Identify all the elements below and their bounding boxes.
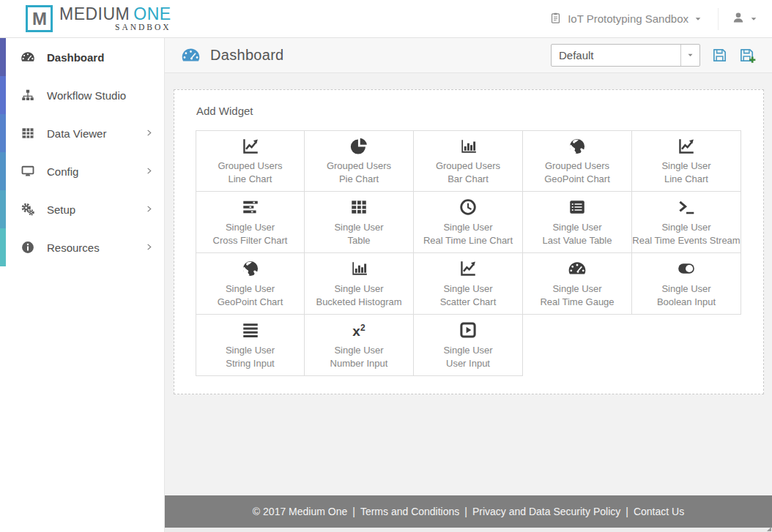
widget-cell[interactable]: Single User Real Time Gauge [523, 253, 632, 315]
widget-line1: Single User [334, 344, 383, 357]
desktop-icon [19, 164, 37, 179]
widget-line1: Single User [226, 344, 275, 357]
widget-line1: Grouped Users [327, 160, 391, 173]
chevron-down-icon [694, 12, 702, 25]
widget-cell[interactable]: Single User GeoPoint Chart [196, 253, 305, 315]
chevron-down-icon[interactable] [680, 45, 699, 66]
chevron-right-icon [145, 241, 153, 254]
align-justify-icon [241, 321, 260, 340]
user-menu[interactable] [719, 0, 772, 37]
sidebar-nav: Dashboard Workflow Studio Data Viewer Co… [0, 38, 165, 532]
sidebar-accent-bar [0, 76, 6, 114]
gears-icon [19, 202, 37, 217]
widget-line2: GeoPoint Chart [218, 296, 283, 309]
widget-line2: Pie Chart [339, 173, 379, 186]
widget-cell[interactable]: Single User Table [305, 192, 414, 253]
sidebar-item-data-viewer[interactable]: Data Viewer [0, 114, 164, 152]
brand-subtitle: SANDBOX [59, 23, 171, 31]
widget-cell[interactable]: Grouped Users Line Chart [196, 130, 305, 192]
save-dashboard-as-new-button[interactable] [739, 47, 756, 64]
scatter-chart-icon [459, 259, 478, 279]
widget-cell[interactable]: Single User Real Time Line Chart [414, 192, 523, 253]
copyright-text: © 2017 Medium One [253, 506, 347, 517]
bottom-strip [165, 528, 772, 532]
sidebar-item-resources[interactable]: Resources [0, 228, 164, 266]
widget-line2: Line Chart [664, 173, 708, 186]
widget-line1: Single User [226, 221, 275, 234]
sidebar-accent-bar [0, 228, 6, 266]
workspace-dropdown[interactable]: IoT Prototyping Sandbox [533, 0, 718, 37]
save-dashboard-button[interactable] [711, 47, 728, 64]
widget-line2: Bucketed Histogram [316, 296, 401, 309]
sidebar-accent-bar [0, 152, 6, 190]
footer: © 2017 Medium One | Terms and Conditions… [165, 495, 772, 528]
footer-link-contact[interactable]: Contact Us [634, 506, 684, 517]
widget-line2: String Input [226, 357, 275, 370]
widget-line2: Real Time Line Chart [423, 234, 513, 247]
widget-line2: Cross Filter Chart [213, 234, 288, 247]
chevron-right-icon [145, 203, 153, 216]
widget-line1: Single User [226, 282, 275, 296]
widget-cell[interactable]: Single User Cross Filter Chart [196, 192, 305, 253]
dashboard-select[interactable]: Default [551, 44, 700, 67]
logo-text: MEDIUMONE SANDBOX [59, 6, 171, 31]
widget-line1: Grouped Users [436, 160, 500, 173]
resize-handle-icon[interactable] [767, 527, 771, 531]
widget-line1: Single User [661, 282, 710, 296]
sidebar-item-label: Resources [47, 241, 100, 254]
widget-cell[interactable]: Single User Bucketed Histogram [305, 253, 414, 315]
footer-link-terms[interactable]: Terms and Conditions [360, 506, 459, 517]
app-logo[interactable]: M MEDIUMONE SANDBOX [26, 5, 171, 32]
widget-line1: Single User [443, 282, 492, 296]
widget-cell[interactable]: Single User Boolean Input [632, 253, 741, 315]
sidebar-accent-bar [0, 114, 6, 152]
sidebar-item-dashboard[interactable]: Dashboard [0, 38, 164, 76]
list-icon [568, 198, 587, 217]
widget-line2: Bar Chart [448, 173, 489, 186]
sidebar-item-workflow-studio[interactable]: Workflow Studio [0, 76, 164, 114]
widget-cell[interactable]: Single User User Input [414, 315, 523, 376]
widget-cell[interactable]: Grouped Users GeoPoint Chart [523, 130, 632, 192]
bar-chart-icon [459, 136, 478, 156]
brand-primary: MEDIUM [59, 4, 130, 23]
add-widget-panel: Add Widget Grouped Users Line Chart Grou… [174, 89, 764, 394]
widget-line1: Single User [334, 282, 383, 296]
line-chart-icon [677, 136, 696, 156]
widget-line1: Single User [334, 221, 383, 234]
sidebar-item-config[interactable]: Config [0, 152, 164, 190]
footer-separator: | [464, 506, 467, 517]
widget-cell[interactable]: Single User Real Time Events Stream [632, 192, 741, 253]
sidebar-item-setup[interactable]: Setup [0, 190, 164, 228]
terminal-icon [677, 198, 696, 217]
cross-filter-icon [241, 198, 260, 217]
widget-cell[interactable]: Grouped Users Pie Chart [305, 130, 414, 192]
widget-line2: Table [347, 234, 370, 247]
widget-line1: Grouped Users [218, 160, 282, 173]
widget-cell[interactable]: Single User Line Chart [632, 130, 741, 192]
widget-cell[interactable]: Single User Last Value Table [523, 192, 632, 253]
table-icon [349, 198, 368, 217]
widget-line1: Single User [443, 344, 492, 357]
gauge-icon [181, 45, 201, 65]
widget-cell[interactable]: Grouped Users Bar Chart [414, 130, 523, 192]
add-widget-title: Add Widget [196, 105, 742, 117]
sidebar-item-label: Dashboard [47, 51, 104, 64]
dashboard-select-value: Default [552, 49, 680, 61]
widget-cell[interactable]: Single User Scatter Chart [414, 253, 523, 315]
gauge-icon [568, 259, 587, 279]
chevron-right-icon [145, 127, 153, 140]
widget-cell[interactable]: Single User String Input [196, 315, 305, 376]
sidebar-item-label: Setup [47, 203, 75, 216]
sidebar-item-label: Data Viewer [47, 127, 106, 140]
page-header: Dashboard Default [165, 38, 772, 73]
page-body: Add Widget Grouped Users Line Chart Grou… [165, 73, 772, 495]
widget-line2: GeoPoint Chart [544, 173, 610, 186]
globe-icon [568, 136, 587, 156]
gauge-icon [19, 50, 37, 64]
pie-chart-icon [349, 136, 368, 156]
line-chart-icon [241, 136, 260, 156]
footer-link-privacy[interactable]: Privacy and Data Security Policy [472, 506, 620, 517]
number-input-icon: x2 [352, 321, 365, 340]
widget-cell[interactable]: x2 Single User Number Input [305, 315, 414, 376]
table-icon [19, 126, 37, 141]
